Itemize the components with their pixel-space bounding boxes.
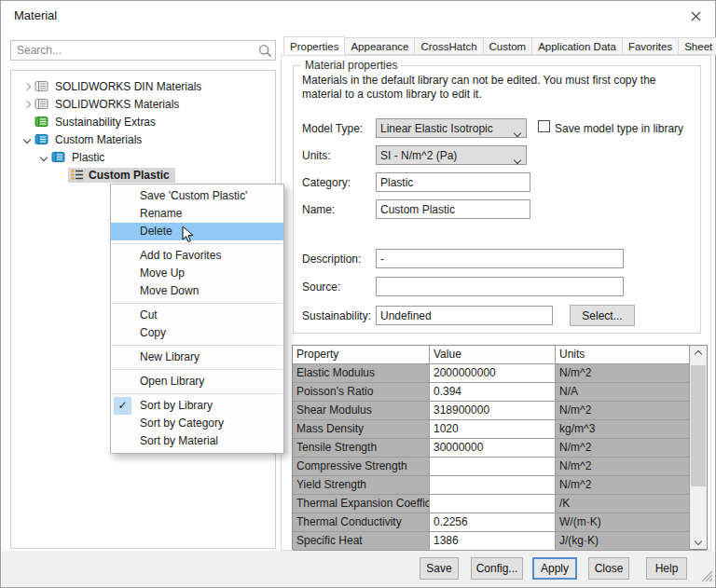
scroll-up-icon[interactable] — [690, 346, 707, 362]
menu-item-cut[interactable]: Cut — [111, 307, 283, 324]
tree-item-sustainability-extras[interactable]: Sustainability Extras — [11, 113, 275, 130]
value-cell[interactable] — [430, 476, 556, 494]
config-button[interactable]: Config... — [471, 557, 523, 580]
tree-item-label: Plastic — [68, 150, 108, 165]
help-button[interactable]: Help — [646, 557, 687, 580]
menu-item-delete[interactable]: Delete — [111, 223, 283, 240]
tree-item-solidworks-din-materials[interactable]: SOLIDWORKS DIN Materials — [11, 77, 275, 95]
close-dialog-button[interactable]: Close — [588, 557, 629, 580]
description-input[interactable] — [376, 249, 624, 268]
chevron-right-icon[interactable] — [19, 78, 34, 94]
tree-item-label: Custom Materials — [51, 132, 145, 147]
value-cell[interactable]: 30000000 — [430, 439, 556, 457]
property-cell: Thermal Expansion Coefficient — [293, 495, 430, 513]
units-dropdown[interactable]: SI - N/m^2 (Pa) — [376, 145, 527, 165]
menu-item-sort-by-library[interactable]: ✓ Sort by Library — [111, 397, 283, 415]
library-icon-green — [34, 116, 51, 128]
tab-application-data[interactable]: Application Data — [532, 37, 623, 55]
library-icon — [34, 98, 51, 110]
column-header-units[interactable]: Units — [556, 346, 689, 363]
tab-favorites[interactable]: Favorites — [623, 37, 679, 55]
units-cell: J/(kg·K) — [556, 532, 689, 550]
menu-item-open-library[interactable]: Open Library — [111, 373, 283, 390]
tree-item-solidworks-materials[interactable]: SOLIDWORKS Materials — [11, 95, 275, 113]
units-cell: N/m^2 — [556, 364, 689, 382]
chevron-down-icon — [515, 153, 520, 166]
search-input[interactable] — [11, 41, 255, 60]
category-input[interactable] — [376, 172, 530, 192]
chevron-right-icon[interactable] — [19, 96, 34, 112]
table-row: Tensile Strength 30000000 N/m^2 — [293, 439, 707, 458]
chevron-down-icon — [515, 126, 520, 139]
value-cell[interactable]: 318900000 — [430, 402, 556, 419]
tree-item-custom-plastic[interactable]: Custom Plastic — [11, 166, 275, 184]
name-input[interactable] — [376, 199, 530, 219]
menu-item-save-custom-plastic[interactable]: Save 'Custom Plastic' — [111, 187, 283, 205]
dialog-title: Material — [14, 8, 57, 22]
select-button[interactable]: Select... — [570, 305, 635, 326]
tab-properties[interactable]: Properties — [283, 36, 345, 55]
units-cell: kg/m^3 — [556, 420, 689, 438]
value-cell[interactable]: 0.2256 — [430, 513, 556, 531]
selected-tree-item[interactable]: Custom Plastic — [68, 168, 175, 183]
resize-grip[interactable] — [701, 570, 713, 585]
model-type-dropdown[interactable]: Linear Elastic Isotropic — [376, 118, 527, 138]
tree-item-label: SOLIDWORKS DIN Materials — [51, 79, 205, 94]
value-cell[interactable] — [430, 458, 556, 475]
property-cell: Poisson's Ratio — [293, 383, 430, 401]
chevron-down-icon[interactable] — [35, 149, 51, 165]
material-list-icon — [70, 169, 87, 181]
menu-separator — [112, 243, 282, 244]
menu-item-sort-by-category[interactable]: Sort by Category — [111, 415, 283, 432]
scrollbar-thumb[interactable] — [691, 365, 706, 486]
property-cell: Compressive Strength — [293, 458, 430, 475]
library-icon — [34, 80, 51, 92]
column-header-value[interactable]: Value — [430, 346, 556, 363]
context-menu: Save 'Custom Plastic' Rename Delete Add … — [110, 184, 284, 454]
menu-item-move-up[interactable]: Move Up — [111, 265, 283, 282]
menu-item-copy[interactable]: Copy — [111, 324, 283, 342]
search-icon[interactable] — [255, 44, 275, 58]
units-cell: N/m^2 — [556, 402, 689, 419]
chevron-down-icon[interactable] — [19, 131, 34, 147]
value-cell[interactable]: 1386 — [430, 532, 556, 550]
table-row: Elastic Modulus 2000000000 N/m^2 — [293, 364, 707, 383]
apply-button[interactable]: Apply — [532, 557, 577, 580]
value-cell[interactable]: 2000000000 — [430, 364, 556, 382]
tab-custom[interactable]: Custom — [484, 37, 533, 55]
property-cell: Specific Heat — [293, 532, 430, 550]
units-cell: N/A — [556, 383, 689, 401]
close-button[interactable] — [685, 6, 706, 26]
table-row: Thermal Conductivity 0.2256 W/(m·K) — [293, 513, 707, 532]
tree-item-plastic[interactable]: Plastic — [11, 148, 275, 166]
model-type-label: Model Type: — [302, 122, 363, 135]
save-button[interactable]: Save — [420, 557, 459, 580]
menu-item-add-to-favorites[interactable]: Add to Favorites — [111, 247, 283, 265]
tree-item-label: Sustainability Extras — [51, 115, 159, 130]
menu-item-move-down[interactable]: Move Down — [111, 282, 283, 300]
value-cell[interactable]: 0.394 — [430, 383, 556, 401]
menu-separator — [112, 345, 282, 346]
table-scrollbar[interactable] — [689, 346, 707, 549]
library-icon-blue — [51, 151, 68, 163]
tab-appearance[interactable]: Appearance — [345, 37, 415, 55]
value-cell[interactable] — [430, 495, 556, 513]
save-model-type-checkbox[interactable] — [538, 120, 550, 132]
tab-crosshatch[interactable]: CrossHatch — [415, 37, 483, 55]
tree-item-custom-materials[interactable]: Custom Materials — [11, 130, 275, 148]
name-label: Name: — [302, 203, 335, 216]
scroll-down-icon[interactable] — [690, 533, 707, 549]
menu-item-sort-by-material[interactable]: Sort by Material — [111, 432, 283, 450]
table-header-row: Property Value Units — [293, 346, 707, 364]
menu-item-rename[interactable]: Rename — [111, 205, 283, 223]
sustainability-input[interactable] — [376, 306, 553, 325]
units-cell: N/m^2 — [556, 439, 689, 457]
library-icon-blue — [34, 133, 51, 145]
value-cell[interactable]: 1020 — [430, 420, 556, 438]
source-input[interactable] — [376, 277, 624, 296]
column-header-property[interactable]: Property — [293, 346, 430, 363]
mouse-cursor-icon — [182, 226, 195, 247]
menu-item-new-library[interactable]: New Library — [111, 349, 283, 366]
tab-sheet-metal[interactable]: Sheet Metal — [679, 37, 716, 55]
table-row: Shear Modulus 318900000 N/m^2 — [293, 402, 707, 420]
